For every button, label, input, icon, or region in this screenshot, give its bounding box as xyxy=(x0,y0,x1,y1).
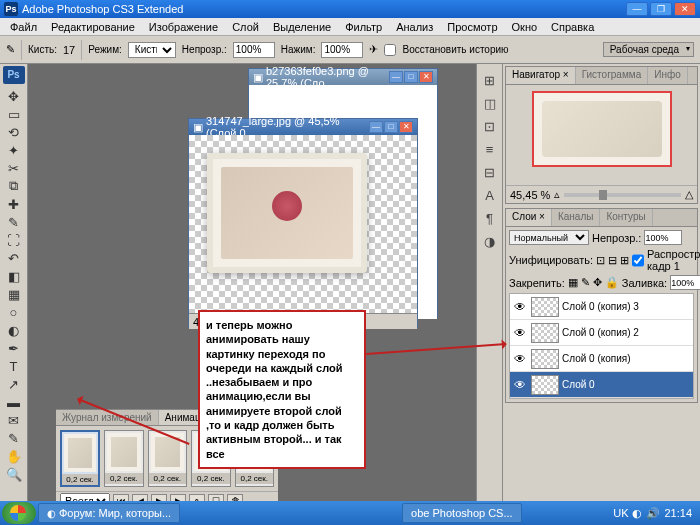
restore-history-checkbox[interactable] xyxy=(384,42,396,58)
notes-tool[interactable]: ✉ xyxy=(3,411,25,429)
menu-filter[interactable]: Фильтр xyxy=(339,19,388,35)
menu-select[interactable]: Выделение xyxy=(267,19,337,35)
doc2-close[interactable]: ✕ xyxy=(399,121,413,133)
frame-2[interactable]: 0,2 сек. xyxy=(104,430,143,487)
eyedropper-tool[interactable]: ✎ xyxy=(3,429,25,447)
unify-icon-3[interactable]: ⊞ xyxy=(620,254,629,267)
menu-layer[interactable]: Слой xyxy=(226,19,265,35)
tab-info[interactable]: Инфо xyxy=(648,67,688,84)
frame-1[interactable]: 0,2 сек. xyxy=(60,430,100,487)
tab-navigator[interactable]: Навигатор × xyxy=(506,67,576,84)
lasso-tool[interactable]: ⟲ xyxy=(3,123,25,141)
lock-label: Закрепить: xyxy=(509,277,565,289)
blend-mode-select[interactable]: Нормальный xyxy=(509,230,589,245)
zoom-slider[interactable] xyxy=(564,193,681,197)
rtool-3[interactable]: ⊡ xyxy=(479,115,501,137)
frame-3[interactable]: 0,2 сек. xyxy=(148,430,187,487)
type-tool[interactable]: T xyxy=(3,357,25,375)
dodge-tool[interactable]: ◐ xyxy=(3,321,25,339)
tab-layers[interactable]: Слои × xyxy=(506,209,552,226)
tray-icon[interactable]: 🔊 xyxy=(646,507,660,520)
menu-window[interactable]: Окно xyxy=(506,19,544,35)
history-brush-tool[interactable]: ↶ xyxy=(3,249,25,267)
layer-row[interactable]: 👁Слой 0 (копия) 3 xyxy=(510,294,693,320)
menu-help[interactable]: Справка xyxy=(545,19,600,35)
rtool-8[interactable]: ◑ xyxy=(479,230,501,252)
tray-lang[interactable]: UK xyxy=(613,507,628,519)
rtool-6[interactable]: A xyxy=(479,184,501,206)
hand-tool[interactable]: ✋ xyxy=(3,447,25,465)
shape-tool[interactable]: ▬ xyxy=(3,393,25,411)
lock-trans-icon[interactable]: ▦ xyxy=(568,276,578,289)
rtool-5[interactable]: ⊟ xyxy=(479,161,501,183)
taskbar-item-1[interactable]: ◐ Форум: Мир, которы... xyxy=(38,503,180,523)
stamp-tool[interactable]: ⛶ xyxy=(3,231,25,249)
heal-tool[interactable]: ✚ xyxy=(3,195,25,213)
brush-size-value[interactable]: 17 xyxy=(63,44,75,56)
layer-opacity-input[interactable] xyxy=(644,230,682,245)
layer-row[interactable]: 👁Слой 0 (копия) 2 xyxy=(510,320,693,346)
tray-time[interactable]: 21:14 xyxy=(664,507,692,519)
document-window-2[interactable]: ▣314747_large.jpg @ 45,5% (Слой 0... —□✕… xyxy=(188,118,418,328)
visibility-icon[interactable]: 👁 xyxy=(512,352,528,366)
wand-tool[interactable]: ✦ xyxy=(3,141,25,159)
restore-label: Восстановить историю xyxy=(402,44,508,55)
gradient-tool[interactable]: ▦ xyxy=(3,285,25,303)
opacity-input[interactable] xyxy=(233,42,275,58)
doc1-maximize[interactable]: □ xyxy=(404,71,418,83)
tab-histogram[interactable]: Гистограмма xyxy=(576,67,649,84)
lock-pos-icon[interactable]: ✥ xyxy=(593,276,602,289)
zoom-in-icon[interactable]: △ xyxy=(685,188,693,201)
zoom-out-icon[interactable]: ▵ xyxy=(554,188,560,201)
airbrush-icon[interactable]: ✈ xyxy=(369,43,378,56)
unify-icon-1[interactable]: ⊡ xyxy=(596,254,605,267)
layer-row-selected[interactable]: 👁Слой 0 xyxy=(510,372,693,398)
layer-row[interactable]: 👁Слой 0 (копия) xyxy=(510,346,693,372)
lock-pixel-icon[interactable]: ✎ xyxy=(581,276,590,289)
doc1-close[interactable]: ✕ xyxy=(419,71,433,83)
lock-all-icon[interactable]: 🔒 xyxy=(605,276,619,289)
nav-zoom-value[interactable]: 45,45 % xyxy=(510,189,550,201)
tray-icon[interactable]: ◐ xyxy=(632,507,642,520)
doc2-maximize[interactable]: □ xyxy=(384,121,398,133)
navigator-thumbnail[interactable] xyxy=(532,91,672,167)
menu-edit[interactable]: Редактирование xyxy=(45,19,141,35)
move-tool[interactable]: ✥ xyxy=(3,87,25,105)
menu-file[interactable]: Файл xyxy=(4,19,43,35)
close-button[interactable]: ✕ xyxy=(674,2,696,16)
workspace-dropdown[interactable]: Рабочая среда xyxy=(603,42,694,57)
visibility-icon[interactable]: 👁 xyxy=(512,300,528,314)
rtool-7[interactable]: ¶ xyxy=(479,207,501,229)
crop-tool[interactable]: ✂ xyxy=(3,159,25,177)
doc1-minimize[interactable]: — xyxy=(389,71,403,83)
doc2-minimize[interactable]: — xyxy=(369,121,383,133)
menu-view[interactable]: Просмотр xyxy=(441,19,503,35)
tab-paths[interactable]: Контуры xyxy=(600,209,652,226)
zoom-tool[interactable]: 🔍 xyxy=(3,465,25,483)
start-button[interactable] xyxy=(2,502,36,524)
brush-tool[interactable]: ✎ xyxy=(3,213,25,231)
slice-tool[interactable]: ⧉ xyxy=(3,177,25,195)
blur-tool[interactable]: ○ xyxy=(3,303,25,321)
maximize-button[interactable]: ❐ xyxy=(650,2,672,16)
visibility-icon[interactable]: 👁 xyxy=(512,378,528,392)
marquee-tool[interactable]: ▭ xyxy=(3,105,25,123)
eraser-tool[interactable]: ◧ xyxy=(3,267,25,285)
brush-icon[interactable]: ✎ xyxy=(6,43,15,56)
menu-image[interactable]: Изображение xyxy=(143,19,224,35)
taskbar-item-2[interactable]: obe Photoshop CS... xyxy=(402,503,522,523)
fill-input[interactable] xyxy=(670,275,700,290)
rtool-2[interactable]: ◫ xyxy=(479,92,501,114)
minimize-button[interactable]: — xyxy=(626,2,648,16)
rtool-4[interactable]: ≡ xyxy=(479,138,501,160)
visibility-icon[interactable]: 👁 xyxy=(512,326,528,340)
tab-channels[interactable]: Каналы xyxy=(552,209,601,226)
flow-input[interactable] xyxy=(321,42,363,58)
unify-icon-2[interactable]: ⊟ xyxy=(608,254,617,267)
menu-analysis[interactable]: Анализ xyxy=(390,19,439,35)
mode-select[interactable]: Кисть xyxy=(128,42,176,58)
pen-tool[interactable]: ✒ xyxy=(3,339,25,357)
path-tool[interactable]: ↗ xyxy=(3,375,25,393)
rtool-1[interactable]: ⊞ xyxy=(479,69,501,91)
propagate-checkbox[interactable] xyxy=(632,253,644,268)
